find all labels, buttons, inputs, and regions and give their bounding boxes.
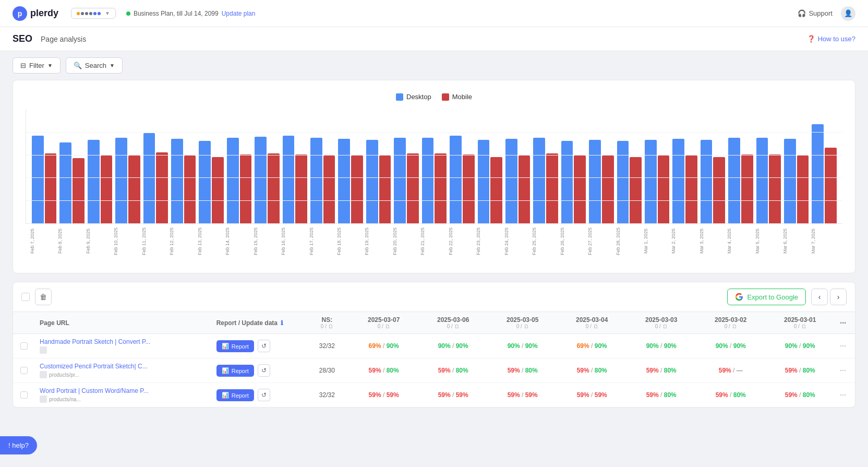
score-divider: / <box>660 367 664 374</box>
mobile-score: 80% <box>595 367 607 374</box>
bar-mobile <box>713 157 725 223</box>
bar-desktop <box>561 141 573 223</box>
date-6-sub: 0 / 🗋 <box>770 324 829 329</box>
url-sub <box>40 346 206 354</box>
table-row: Handmade Portrait Sketch | Convert P... … <box>13 334 855 358</box>
search-button[interactable]: 🔍 Search ▼ <box>66 57 123 74</box>
page-url-link[interactable]: Customized Pencil Portrait Sketch| C... <box>40 363 148 370</box>
score-divider: / <box>452 367 456 374</box>
page-url-link[interactable]: Handmade Portrait Sketch | Convert P... <box>40 338 150 345</box>
bar-group <box>225 138 253 223</box>
legend-mobile: Mobile <box>442 93 472 101</box>
bar-desktop <box>589 140 601 223</box>
desktop-checkbox[interactable] <box>396 93 403 101</box>
prev-page-button[interactable]: ‹ <box>811 289 828 305</box>
support-button[interactable]: 🎧 Support <box>798 9 833 17</box>
more-options[interactable]: ⋯ <box>835 358 855 383</box>
bar-group <box>727 138 754 223</box>
bar-group <box>253 137 281 223</box>
user-avatar[interactable]: 👤 <box>841 6 855 21</box>
th-date-0: 2025-03-07 0 / 🗋 <box>349 312 418 334</box>
next-page-button[interactable]: › <box>830 289 847 305</box>
update-plan-link[interactable]: Update plan <box>222 10 256 17</box>
score-divider: / <box>799 367 803 374</box>
bar-desktop <box>115 138 127 223</box>
th-ns: NS: 0 / 🗋 <box>305 312 349 334</box>
chart-legend: Desktop Mobile <box>26 93 842 101</box>
score-divider: / <box>383 367 387 374</box>
page-analysis-label: Page analysis <box>41 35 86 43</box>
date-3-sub: 0 / 🗋 <box>562 324 621 329</box>
score-cell-2: 59% / 80% <box>488 358 557 383</box>
bar-mobile <box>463 154 475 223</box>
mobile-checkbox[interactable] <box>442 93 449 101</box>
delete-button[interactable]: 🗑 <box>35 289 52 305</box>
bar-mobile <box>630 157 642 223</box>
ns-cell: 32/32 <box>305 383 349 408</box>
bar-mobile <box>323 155 335 223</box>
chart-date-label: Feb 12, 2025 <box>169 224 197 260</box>
desktop-score: 90% <box>785 342 798 350</box>
score-cell-0: 59% / 59% <box>349 383 418 408</box>
row-checkbox[interactable] <box>20 367 28 374</box>
mobile-score: 80% <box>456 367 468 374</box>
chart-date-label: Feb 16, 2025 <box>281 224 308 260</box>
bar-group <box>365 140 392 223</box>
chart-date-label: Feb 17, 2025 <box>309 224 336 260</box>
score-divider: / <box>452 342 456 350</box>
bar-group <box>58 142 86 223</box>
report-button[interactable]: 📊 Report <box>216 340 254 352</box>
bar-group <box>448 136 476 223</box>
dot3 <box>85 12 88 15</box>
chart-date-label: Mar 4, 2025 <box>727 224 754 260</box>
chart-date-label: Mar 2, 2025 <box>671 224 698 260</box>
row-checkbox[interactable] <box>20 391 28 399</box>
mobile-score: 59% <box>525 391 538 399</box>
bar-mobile <box>351 155 363 223</box>
bar-group <box>30 136 58 223</box>
desktop-score: 90% <box>508 342 520 350</box>
report-button[interactable]: 📊 Report <box>216 365 254 377</box>
bar-desktop <box>143 133 155 223</box>
bar-desktop <box>171 139 183 223</box>
chart-date-label: Mar 5, 2025 <box>755 224 782 260</box>
score-cell-2: 59% / 59% <box>488 383 557 408</box>
more-options[interactable]: ⋯ <box>835 334 855 358</box>
search-label: Search <box>85 62 106 69</box>
bar-mobile <box>268 153 280 223</box>
mobile-score: 80% <box>733 391 746 399</box>
date-3-label: 2025-03-04 <box>562 316 621 324</box>
logo[interactable]: p plerdy <box>13 6 58 21</box>
filter-chevron-icon: ▼ <box>47 63 53 68</box>
bar-desktop <box>338 139 350 223</box>
select-all-checkbox[interactable] <box>21 293 30 301</box>
ns-cell: 32/32 <box>305 334 349 358</box>
refresh-button[interactable]: ↺ <box>258 389 270 401</box>
bar-desktop <box>617 141 629 223</box>
refresh-button[interactable]: ↺ <box>258 364 270 377</box>
score-cell-4: 59% / 80% <box>626 358 696 383</box>
report-button[interactable]: 📊 Report <box>216 389 254 401</box>
th-checkbox <box>13 312 34 334</box>
plan-info: Business Plan, till Jul 14, 2099 Update … <box>126 10 255 17</box>
how-to-use-link[interactable]: ❓ How to use? <box>807 35 855 43</box>
score-cell-3: 59% / 80% <box>557 358 626 383</box>
filter-button[interactable]: ⊟ Filter ▼ <box>13 57 61 74</box>
mobile-score: 90% <box>664 342 677 350</box>
plan-selector[interactable]: ▼ <box>71 8 116 19</box>
export-google-button[interactable]: Export to Google <box>727 289 806 305</box>
score-divider: / <box>730 342 733 350</box>
refresh-button[interactable]: ↺ <box>258 340 270 352</box>
page-url-link[interactable]: Word Portrait | Custom Word/Name P... <box>40 387 149 394</box>
desktop-score: 90% <box>716 342 728 350</box>
chart-date-label: Mar 3, 2025 <box>699 224 727 260</box>
row-checkbox[interactable] <box>20 342 28 350</box>
logo-icon: p <box>13 6 27 21</box>
mobile-score: 90% <box>525 342 538 350</box>
bar-desktop <box>255 137 267 223</box>
more-options[interactable]: ⋯ <box>835 383 855 408</box>
bar-mobile <box>685 155 697 223</box>
desktop-score: 90% <box>438 342 451 350</box>
bar-group <box>420 138 448 223</box>
date-0-sub: 0 / 🗋 <box>354 324 413 329</box>
